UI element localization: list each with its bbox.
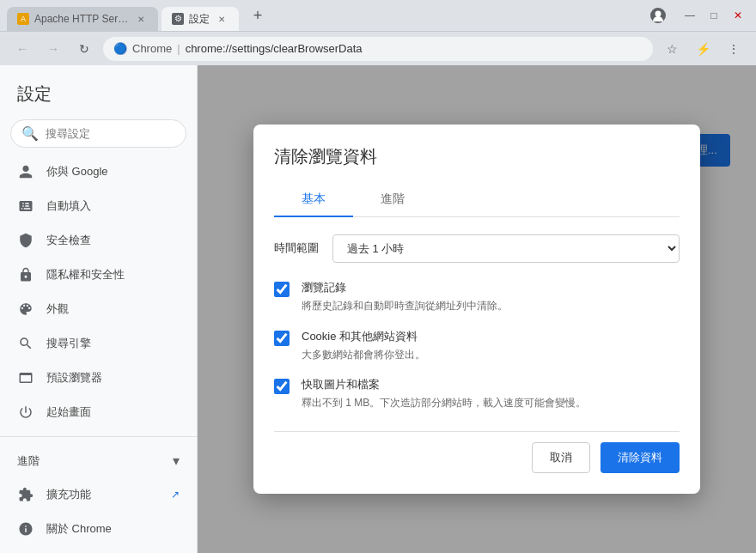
dialog-overlay: 清除瀏覽資料 基本 進階 時間範圍 過去 1 小時 過去 24 小時 過去 7 … (198, 65, 756, 553)
checkbox-cookies: Cookie 和其他網站資料 大多數網站都會將你登出。 (274, 329, 680, 362)
sidebar-item-autofill[interactable]: 自動填入 (0, 189, 197, 223)
shield-icon (17, 232, 34, 249)
sidebar-item-extensions[interactable]: 擴充功能 ↗ (0, 477, 197, 512)
extension-button[interactable]: ⚡ (691, 37, 715, 61)
profile-circle[interactable] (648, 5, 668, 26)
startup-icon (17, 404, 34, 421)
sidebar-about-label: 關於 Chrome (46, 521, 112, 537)
tab-apache-label: Apache HTTP Server Test Page (34, 13, 129, 25)
checkbox-history-wrapper[interactable] (274, 280, 290, 301)
sidebar-item-startup[interactable]: 起始畫面 (0, 395, 197, 429)
checkbox-cache-title: 快取圖片和檔案 (302, 377, 680, 392)
sidebar-item-google-label: 你與 Google (46, 164, 108, 179)
address-scheme: Chrome (132, 42, 172, 55)
cancel-button[interactable]: 取消 (532, 442, 590, 473)
dialog-tabs: 基本 進階 (274, 182, 680, 217)
sidebar-item-privacy[interactable]: 隱私權和安全性 (0, 258, 197, 292)
address-separator: | (177, 42, 180, 55)
tab-settings[interactable]: ⚙ 設定 ✕ (162, 7, 239, 31)
tab-apache-close[interactable]: ✕ (134, 12, 148, 26)
sidebar-item-about[interactable]: 關於 Chrome (0, 512, 197, 546)
extensions-icon (17, 486, 34, 503)
maximize-button[interactable]: □ (703, 4, 725, 27)
time-range-row: 時間範圍 過去 1 小時 過去 24 小時 過去 7 天 過去 4 週 不限時間 (274, 234, 680, 263)
badge-icon (17, 198, 34, 215)
address-url: chrome://settings/clearBrowserData (186, 42, 363, 55)
palette-icon (17, 301, 34, 318)
sidebar-item-appearance[interactable]: 外觀 (0, 292, 197, 326)
lock-icon (17, 266, 34, 283)
sidebar-extensions-label: 擴充功能 (46, 487, 91, 502)
clear-data-button[interactable]: 清除資料 (601, 442, 680, 473)
minimize-button[interactable]: — (679, 4, 701, 27)
checkbox-history: 瀏覽記錄 將歷史記錄和自動即時查詢從網址列中清除。 (274, 280, 680, 313)
sidebar-item-search[interactable]: 搜尋引擎 (0, 326, 197, 361)
new-tab-button[interactable]: + (246, 3, 270, 27)
tab-settings-label: 設定 (189, 12, 210, 27)
main-content: 開啟同步處理... 清除瀏覽資料 基本 進階 時間範圍 過去 (198, 65, 756, 553)
lock-icon: 🔵 (113, 42, 127, 55)
close-button[interactable]: ✕ (727, 4, 749, 27)
tab-settings-favicon: ⚙ (172, 13, 184, 25)
bookmark-button[interactable]: ☆ (660, 37, 684, 61)
sidebar-search[interactable]: 🔍 (10, 119, 186, 148)
checkbox-cookies-content: Cookie 和其他網站資料 大多數網站都會將你登出。 (302, 329, 680, 362)
checkbox-cache-wrapper[interactable] (274, 377, 290, 398)
tab-settings-close[interactable]: ✕ (215, 12, 229, 26)
search-input[interactable] (46, 127, 175, 140)
address-input[interactable]: 🔵 Chrome | chrome://settings/clearBrowse… (103, 37, 653, 61)
sidebar-item-startup-label: 起始畫面 (46, 404, 91, 420)
time-range-label: 時間範圍 (274, 240, 319, 256)
browser-icon (17, 369, 34, 386)
sidebar-item-browser[interactable]: 預設瀏覽器 (0, 361, 197, 395)
about-icon (17, 520, 34, 538)
dialog-title: 清除瀏覽資料 (274, 145, 680, 168)
title-bar: A Apache HTTP Server Test Page ✕ ⚙ 設定 ✕ … (0, 0, 756, 31)
sidebar-divider (0, 436, 197, 437)
checkbox-history-input[interactable] (274, 282, 290, 297)
checkbox-cookies-desc: 大多數網站都會將你登出。 (302, 348, 680, 362)
person-icon (17, 163, 34, 180)
checkbox-history-title: 瀏覽記錄 (302, 280, 680, 295)
checkbox-cache-desc: 釋出不到 1 MB。下次造訪部分網站時，載入速度可能會變慢。 (302, 396, 680, 410)
window-controls: — □ ✕ (679, 4, 749, 27)
sidebar-item-security-label: 安全檢查 (46, 233, 91, 248)
dialog-footer: 取消 清除資料 (274, 431, 680, 473)
clear-browsing-dialog: 清除瀏覽資料 基本 進階 時間範圍 過去 1 小時 過去 24 小時 過去 7 … (253, 125, 700, 494)
external-link-icon: ↗ (171, 489, 180, 501)
dialog-tab-advanced[interactable]: 進階 (353, 183, 432, 217)
reload-button[interactable]: ↻ (72, 37, 96, 61)
checkbox-history-content: 瀏覽記錄 將歷史記錄和自動即時查詢從網址列中清除。 (302, 280, 680, 313)
sidebar-advanced[interactable]: 進階 ▾ (0, 444, 197, 477)
chevron-down-icon: ▾ (173, 453, 180, 469)
checkbox-cache-content: 快取圖片和檔案 釋出不到 1 MB。下次造訪部分網站時，載入速度可能會變慢。 (302, 377, 680, 410)
svg-point-1 (655, 11, 662, 17)
sidebar-title: 設定 (0, 72, 197, 116)
tab-apache-favicon: A (17, 13, 29, 25)
menu-button[interactable]: ⋮ (722, 37, 746, 61)
search-engine-icon (17, 335, 34, 352)
checkbox-history-desc: 將歷史記錄和自動即時查詢從網址列中清除。 (302, 299, 680, 313)
title-bar-right: — □ ✕ (648, 4, 749, 27)
sidebar: 設定 🔍 你與 Google 自動填入 安全 (0, 65, 198, 553)
checkbox-cache: 快取圖片和檔案 釋出不到 1 MB。下次造訪部分網站時，載入速度可能會變慢。 (274, 377, 680, 410)
checkbox-cookies-title: Cookie 和其他網站資料 (302, 329, 680, 344)
tab-apache[interactable]: A Apache HTTP Server Test Page ✕ (7, 7, 158, 31)
settings-page: 設定 🔍 你與 Google 自動填入 安全 (0, 65, 756, 553)
checkbox-cookies-input[interactable] (274, 331, 290, 346)
address-bar: ← → ↻ 🔵 Chrome | chrome://settings/clear… (0, 31, 756, 65)
sidebar-item-google[interactable]: 你與 Google (0, 155, 197, 189)
sidebar-item-autofill-label: 自動填入 (46, 198, 91, 214)
sidebar-item-browser-label: 預設瀏覽器 (46, 370, 102, 386)
back-button[interactable]: ← (10, 37, 34, 61)
sidebar-item-security[interactable]: 安全檢查 (0, 223, 197, 258)
dialog-tab-basic[interactable]: 基本 (274, 183, 353, 217)
checkbox-cache-input[interactable] (274, 379, 290, 394)
sidebar-item-search-label: 搜尋引擎 (46, 336, 91, 351)
sidebar-item-appearance-label: 外觀 (46, 301, 69, 317)
search-icon: 🔍 (21, 125, 39, 142)
time-range-select[interactable]: 過去 1 小時 過去 24 小時 過去 7 天 過去 4 週 不限時間 (332, 234, 680, 263)
sidebar-item-privacy-label: 隱私權和安全性 (46, 267, 125, 283)
forward-button[interactable]: → (41, 37, 65, 61)
checkbox-cookies-wrapper[interactable] (274, 329, 290, 349)
